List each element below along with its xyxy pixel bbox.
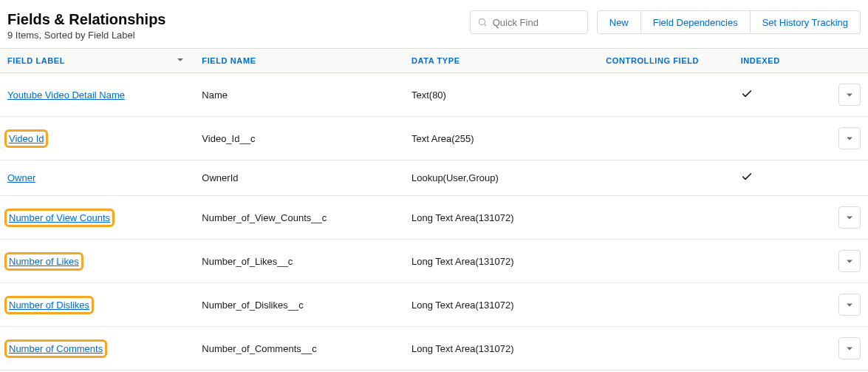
col-header-controlling-field[interactable]: CONTROLLING FIELD [598,49,733,73]
controlling-field-cell [598,327,733,371]
field-label-link[interactable]: Number of Dislikes [7,299,91,311]
col-header-indexed[interactable]: INDEXED [734,49,831,73]
table-row: Number of View CountsNumber_of_View_Coun… [0,196,868,240]
field-name-cell: Number_of_Likes__c [194,240,404,283]
row-action-menu-button[interactable] [838,206,861,229]
data-type-cell: Lookup(User,Group) [404,160,598,196]
header-bar: Fields & Relationships 9 Items, Sorted b… [0,0,868,48]
field-name-cell: Number_of_Dislikes__c [194,283,404,327]
field-label-link[interactable]: Youtube Video Detail Name [7,89,125,101]
row-action-cell [830,327,868,371]
row-action-menu-button[interactable] [838,294,861,316]
page-title: Fields & Relationships [7,10,165,28]
col-header-actions [830,49,868,73]
controlling-field-cell [598,73,733,117]
row-action-cell [830,196,868,240]
row-action-cell [830,160,868,196]
row-action-cell [830,283,868,327]
controlling-field-cell [598,240,733,283]
controlling-field-cell [598,117,733,160]
field-label-link[interactable]: Number of Comments [7,342,104,355]
page-subtitle: 9 Items, Sorted by Field Label [7,30,165,41]
field-name-cell: Number_of_View_Counts__c [194,196,404,240]
field-label-link[interactable]: Number of Likes [7,255,81,268]
chevron-down-icon [846,89,853,101]
data-type-cell: Long Text Area(131072) [404,240,598,283]
indexed-cell [734,73,831,117]
chevron-down-icon [846,133,853,144]
indexed-cell [734,196,831,240]
check-icon [741,88,753,100]
table-row: Number of CommentsNumber_of_Comments__cL… [0,327,868,371]
table-row: Video IdVideo_Id__cText Area(255) [0,117,868,160]
col-header-field-label-text: FIELD LABEL [7,56,65,65]
indexed-cell [734,117,831,160]
indexed-cell [734,160,831,196]
chevron-down-icon [846,256,853,267]
row-action-menu-button[interactable] [838,250,861,272]
search-wrap [470,10,588,34]
field-label-link[interactable]: Owner [7,172,35,183]
field-label-link[interactable]: Video Id [7,132,45,145]
data-type-cell: Long Text Area(131072) [404,196,598,240]
data-type-cell: Text(80) [404,73,598,117]
col-header-field-name[interactable]: FIELD NAME [194,49,404,73]
field-label-link[interactable]: Number of View Counts [7,212,112,224]
controlling-field-cell [598,283,733,327]
indexed-cell [734,240,831,283]
table-header-row: FIELD LABEL FIELD NAME DATA TYPE CONTROL… [0,49,868,73]
check-icon [741,171,753,183]
chevron-down-icon [846,212,853,223]
data-type-cell: Long Text Area(131072) [404,283,598,327]
indexed-cell [734,283,831,327]
chevron-down-icon [846,343,853,354]
field-name-cell: Name [194,73,404,117]
action-button-group: New Field Dependencies Set History Track… [597,10,861,34]
field-name-cell: Number_of_Comments__c [194,327,404,371]
table-row: OwnerOwnerIdLookup(User,Group) [0,160,868,196]
chevron-down-icon [846,300,853,311]
title-block: Fields & Relationships 9 Items, Sorted b… [7,10,165,41]
indexed-cell [734,327,831,371]
col-header-data-type[interactable]: DATA TYPE [404,49,598,73]
data-type-cell: Text Area(255) [404,117,598,160]
row-action-menu-button[interactable] [838,84,861,106]
row-action-menu-button[interactable] [838,127,861,149]
sort-caret-icon [177,56,184,65]
controlling-field-cell [598,196,733,240]
row-action-cell [830,73,868,117]
col-header-field-label[interactable]: FIELD LABEL [0,49,194,73]
controlling-field-cell [598,160,733,196]
row-action-cell [830,117,868,160]
table-row: Number of DislikesNumber_of_Dislikes__cL… [0,283,868,327]
table-row: Youtube Video Detail NameNameText(80) [0,73,868,117]
data-type-cell: Long Text Area(131072) [404,327,598,371]
row-action-menu-button[interactable] [838,337,861,359]
quick-find-input[interactable] [470,10,588,34]
row-action-cell [830,240,868,283]
top-actions: New Field Dependencies Set History Track… [470,10,861,34]
field-name-cell: Video_Id__c [194,117,404,160]
set-history-tracking-button[interactable]: Set History Tracking [751,10,861,34]
field-dependencies-button[interactable]: Field Dependencies [641,10,751,34]
table-row: Number of LikesNumber_of_Likes__cLong Te… [0,240,868,283]
field-name-cell: OwnerId [194,160,404,196]
fields-table: FIELD LABEL FIELD NAME DATA TYPE CONTROL… [0,48,868,372]
new-button[interactable]: New [597,10,641,34]
